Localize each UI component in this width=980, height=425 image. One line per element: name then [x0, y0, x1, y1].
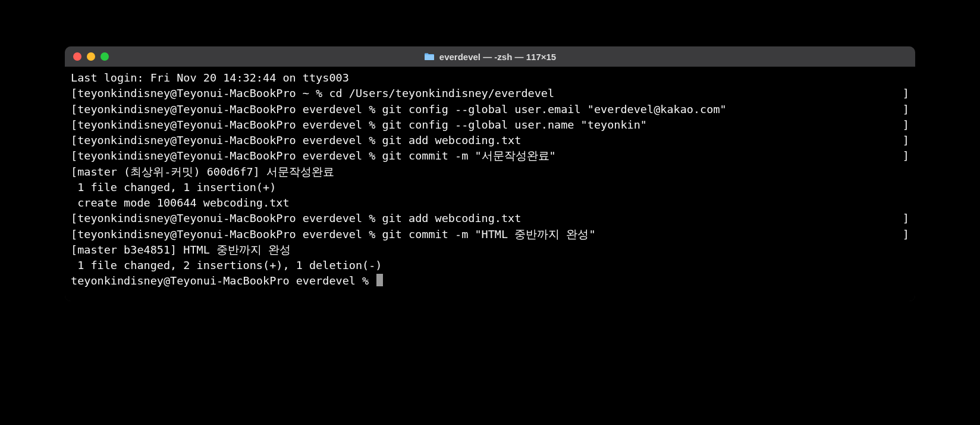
- terminal-body[interactable]: Last login: Fri Nov 20 14:32:44 on ttys0…: [65, 67, 915, 301]
- terminal-line: [master (최상위-커밋) 600d6f7] 서문작성완료: [71, 164, 909, 180]
- line-right: ]: [903, 227, 909, 242]
- terminal-line: 1 file changed, 2 insertions(+), 1 delet…: [71, 258, 909, 273]
- line-right: ]: [903, 86, 909, 101]
- close-button[interactable]: [73, 52, 81, 61]
- terminal-line: [teyonkindisney@Teyonui-MacBookPro ~ % c…: [71, 86, 909, 101]
- folder-icon: [424, 52, 435, 61]
- traffic-lights: [73, 52, 109, 61]
- line-left: [teyonkindisney@Teyonui-MacBookPro ~ % c…: [71, 86, 554, 101]
- line-right: ]: [903, 133, 909, 148]
- terminal-prompt[interactable]: teyonkindisney@Teyonui-MacBookPro everde…: [71, 273, 909, 289]
- prompt-text: teyonkindisney@Teyonui-MacBookPro everde…: [71, 274, 375, 287]
- line-right: ]: [903, 102, 909, 117]
- line-left: [teyonkindisney@Teyonui-MacBookPro everd…: [71, 102, 727, 117]
- line-left: [teyonkindisney@Teyonui-MacBookPro everd…: [71, 133, 521, 148]
- cursor: [376, 274, 383, 286]
- terminal-line: [teyonkindisney@Teyonui-MacBookPro everd…: [71, 117, 909, 133]
- terminal-line: create mode 100644 webcoding.txt: [71, 195, 909, 211]
- line-left: [teyonkindisney@Teyonui-MacBookPro everd…: [71, 117, 647, 133]
- terminal-line: [teyonkindisney@Teyonui-MacBookPro everd…: [71, 148, 909, 164]
- line-right: ]: [903, 117, 909, 133]
- line-left: [teyonkindisney@Teyonui-MacBookPro everd…: [71, 211, 521, 226]
- window-title: everdevel — -zsh — 117×15: [439, 52, 556, 62]
- terminal-window: everdevel — -zsh — 117×15 Last login: Fr…: [65, 46, 915, 301]
- terminal-line: [teyonkindisney@Teyonui-MacBookPro everd…: [71, 227, 909, 242]
- maximize-button[interactable]: [100, 52, 109, 61]
- terminal-line: [teyonkindisney@Teyonui-MacBookPro everd…: [71, 211, 909, 226]
- line-right: ]: [903, 211, 909, 226]
- line-left: [teyonkindisney@Teyonui-MacBookPro everd…: [71, 148, 556, 164]
- line-right: ]: [903, 148, 909, 164]
- terminal-line: [teyonkindisney@Teyonui-MacBookPro everd…: [71, 133, 909, 148]
- title-center: everdevel — -zsh — 117×15: [65, 52, 915, 62]
- titlebar[interactable]: everdevel — -zsh — 117×15: [65, 46, 915, 67]
- line-left: [teyonkindisney@Teyonui-MacBookPro everd…: [71, 227, 596, 242]
- terminal-line: [master b3e4851] HTML 중반까지 완성: [71, 242, 909, 258]
- minimize-button[interactable]: [87, 52, 95, 61]
- terminal-line: Last login: Fri Nov 20 14:32:44 on ttys0…: [71, 70, 909, 86]
- terminal-line: 1 file changed, 1 insertion(+): [71, 180, 909, 195]
- terminal-line: [teyonkindisney@Teyonui-MacBookPro everd…: [71, 102, 909, 117]
